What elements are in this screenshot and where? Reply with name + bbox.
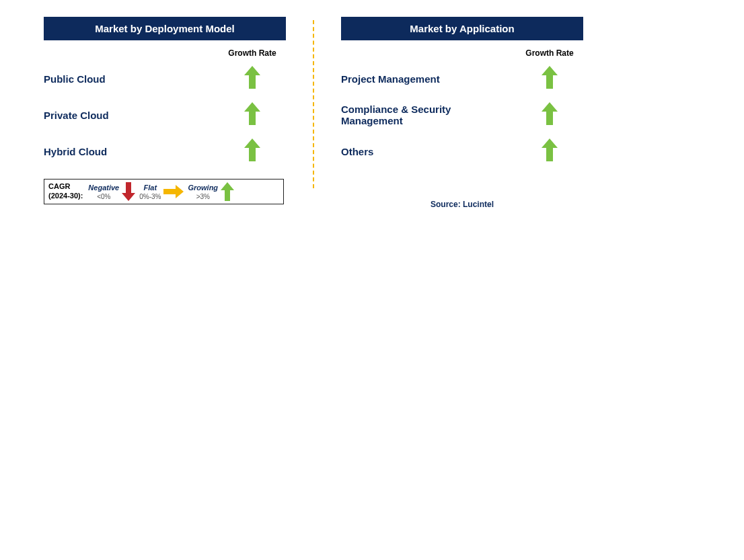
down-arrow-icon [122, 182, 135, 201]
vertical-divider [313, 20, 314, 188]
legend-negative: Negative <0% [88, 184, 119, 200]
row-public-cloud: Public Cloud [44, 61, 286, 97]
row-label: Public Cloud [44, 73, 219, 85]
row-project-management: Project Management [341, 61, 583, 97]
growing-arrow-icon [219, 138, 286, 164]
right-arrow-icon [163, 185, 184, 198]
row-label: Others [341, 146, 516, 157]
up-arrow-icon [221, 182, 234, 201]
source-label: Source: Lucintel [341, 200, 583, 209]
row-private-cloud: Private Cloud [44, 97, 286, 133]
legend-cat-label: Growing [188, 184, 218, 192]
panel-deployment-model: Market by Deployment Model Growth Rate P… [44, 17, 286, 204]
row-compliance-security: Compliance & Security Management [341, 97, 583, 133]
legend-growing: Growing >3% [188, 184, 218, 200]
row-label: Hybrid Cloud [44, 146, 219, 157]
legend-flat: Flat 0%-3% [139, 184, 161, 200]
row-others: Others [341, 133, 583, 169]
row-label: Compliance & Security Management [341, 104, 516, 126]
growing-arrow-icon [516, 66, 583, 91]
legend-cat-range: >3% [196, 193, 210, 200]
cagr-legend: CAGR (2024-30): Negative <0% Flat 0%-3% … [44, 179, 284, 204]
growing-arrow-icon [219, 66, 286, 91]
legend-cat-range: <0% [97, 193, 110, 200]
legend-cat-label: Negative [88, 184, 119, 192]
legend-cagr-label: CAGR (2024-30): [48, 182, 83, 201]
diagram-container: Market by Deployment Model Growth Rate P… [0, 0, 744, 209]
growth-rate-header-right: Growth Rate [516, 48, 583, 58]
growing-arrow-icon [516, 138, 583, 164]
panel-header-right: Market by Application [341, 17, 583, 40]
row-label: Private Cloud [44, 110, 219, 121]
growth-rate-header-left: Growth Rate [219, 48, 286, 58]
legend-cat-range: 0%-3% [139, 193, 161, 200]
row-hybrid-cloud: Hybrid Cloud [44, 133, 286, 169]
legend-cat-label: Flat [144, 184, 157, 192]
growing-arrow-icon [516, 102, 583, 128]
row-label: Project Management [341, 73, 516, 85]
panel-header-left: Market by Deployment Model [44, 17, 286, 40]
panel-application: Market by Application Growth Rate Projec… [341, 17, 583, 209]
growing-arrow-icon [219, 102, 286, 128]
